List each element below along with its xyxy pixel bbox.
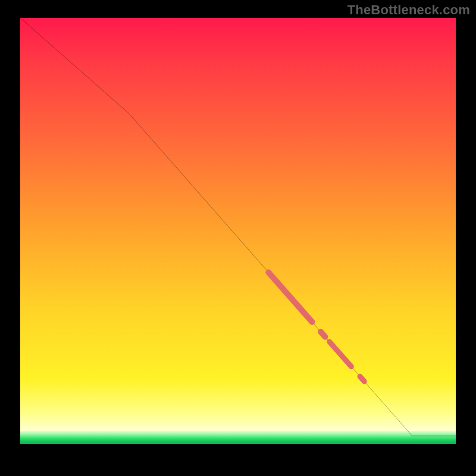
attribution-label: TheBottleneck.com <box>347 2 470 18</box>
chart-stage: TheBottleneck.com <box>0 0 476 476</box>
marker-dot-2 <box>360 377 364 381</box>
marker-dot-1 <box>321 332 325 337</box>
marker-short-segment <box>330 342 352 367</box>
marker-thick-segment <box>268 273 312 322</box>
curve-layer <box>20 18 456 453</box>
bottleneck-curve <box>20 18 456 436</box>
plot-area <box>20 18 456 458</box>
